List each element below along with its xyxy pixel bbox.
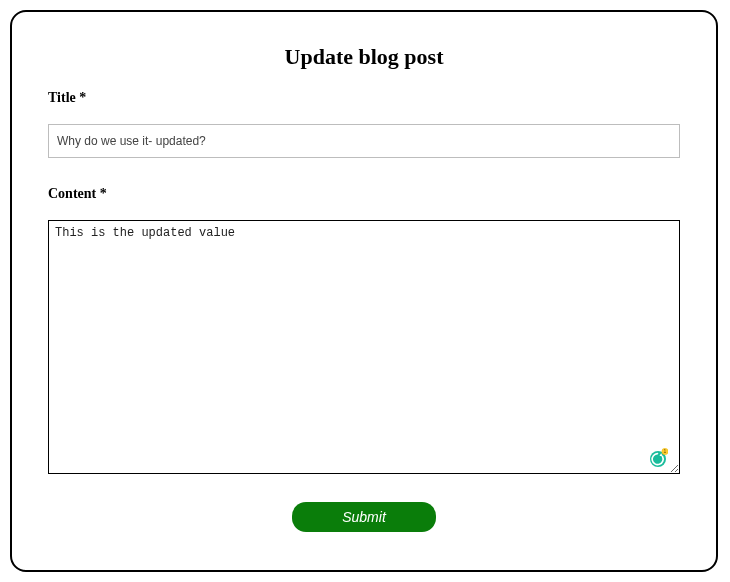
submit-button[interactable]: Submit <box>292 502 436 532</box>
page-title: Update blog post <box>48 44 680 70</box>
title-input[interactable] <box>48 124 680 158</box>
title-label: Title * <box>48 90 680 106</box>
content-textarea[interactable] <box>48 220 680 474</box>
content-field-wrap: 1 <box>48 220 680 478</box>
content-label: Content * <box>48 186 680 202</box>
submit-row: Submit <box>48 502 680 532</box>
form-card: Update blog post Title * Content * 1 Sub… <box>10 10 718 572</box>
